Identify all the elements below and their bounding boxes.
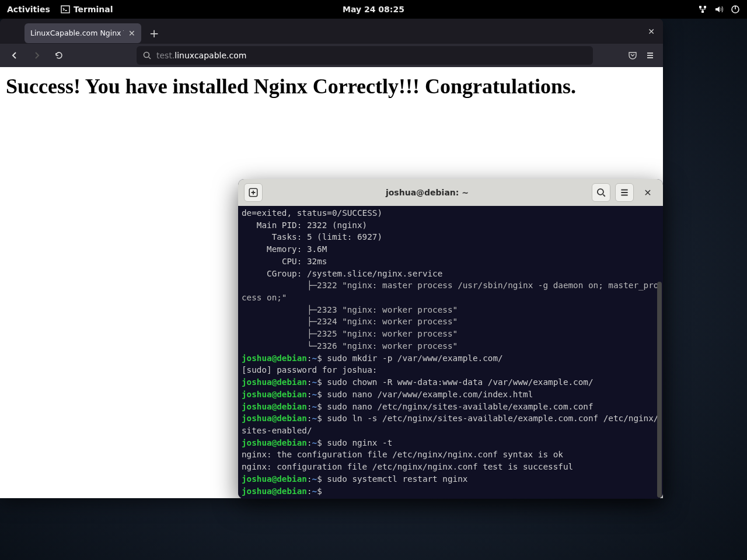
terminal-title: joshua@debian: ~ — [267, 188, 587, 197]
svg-rect-2 — [704, 6, 706, 8]
reload-button[interactable] — [50, 47, 68, 64]
url-bar[interactable]: test.linuxcapable.com — [137, 46, 593, 65]
terminal-scrollbar[interactable] — [657, 282, 662, 498]
svg-rect-0 — [61, 6, 69, 13]
volume-icon[interactable] — [714, 5, 724, 14]
back-button[interactable] — [6, 47, 23, 64]
tabstrip: LinuxCapable.com Nginx Tes ✕ + — [0, 19, 663, 44]
gnome-topbar: Activities Terminal May 24 08:25 — [0, 0, 747, 19]
svg-point-6 — [144, 52, 149, 58]
url-text: test.linuxcapable.com — [156, 51, 246, 60]
activities-button[interactable]: Activities — [7, 5, 50, 14]
arrow-right-icon — [32, 51, 41, 60]
new-tab-button[interactable]: + — [146, 26, 163, 40]
clock[interactable]: May 24 08:25 — [343, 5, 404, 14]
active-app-indicator[interactable]: Terminal — [61, 5, 113, 14]
close-icon: ✕ — [644, 187, 651, 198]
terminal-titlebar: joshua@debian: ~ ✕ — [238, 179, 663, 206]
window-close-icon[interactable]: ✕ — [648, 27, 655, 36]
search-icon — [596, 187, 606, 198]
terminal-output[interactable]: de=exited, status=0/SUCCESS) Main PID: 2… — [238, 206, 663, 499]
tab-close-icon[interactable]: ✕ — [128, 29, 135, 38]
browser-tab[interactable]: LinuxCapable.com Nginx Tes ✕ — [25, 23, 141, 43]
reload-icon — [54, 51, 64, 60]
forward-button[interactable] — [28, 47, 46, 64]
terminal-search-button[interactable] — [592, 183, 610, 202]
hamburger-icon[interactable] — [645, 51, 655, 60]
tab-title: LinuxCapable.com Nginx Tes — [30, 29, 124, 37]
terminal-new-tab-button[interactable] — [244, 183, 263, 202]
arrow-left-icon — [10, 51, 19, 60]
power-icon[interactable] — [731, 5, 740, 14]
svg-rect-3 — [701, 10, 704, 13]
terminal-icon — [61, 5, 70, 14]
pocket-icon[interactable] — [628, 51, 637, 60]
svg-rect-1 — [699, 6, 701, 8]
page-heading: Success! You have installed Nginx Correc… — [6, 74, 657, 99]
active-app-name: Terminal — [74, 5, 113, 14]
search-icon — [142, 51, 152, 60]
terminal-close-button[interactable]: ✕ — [638, 183, 657, 202]
plus-tab-icon — [248, 187, 259, 198]
network-icon[interactable] — [698, 5, 707, 14]
hamburger-icon — [619, 187, 630, 198]
svg-line-10 — [603, 194, 605, 196]
svg-line-7 — [149, 57, 151, 59]
terminal-menu-button[interactable] — [615, 183, 634, 202]
svg-point-9 — [598, 189, 603, 195]
terminal-window: joshua@debian: ~ ✕ de=exited, status=0/S… — [238, 179, 663, 499]
browser-toolbar: test.linuxcapable.com — [0, 44, 663, 67]
